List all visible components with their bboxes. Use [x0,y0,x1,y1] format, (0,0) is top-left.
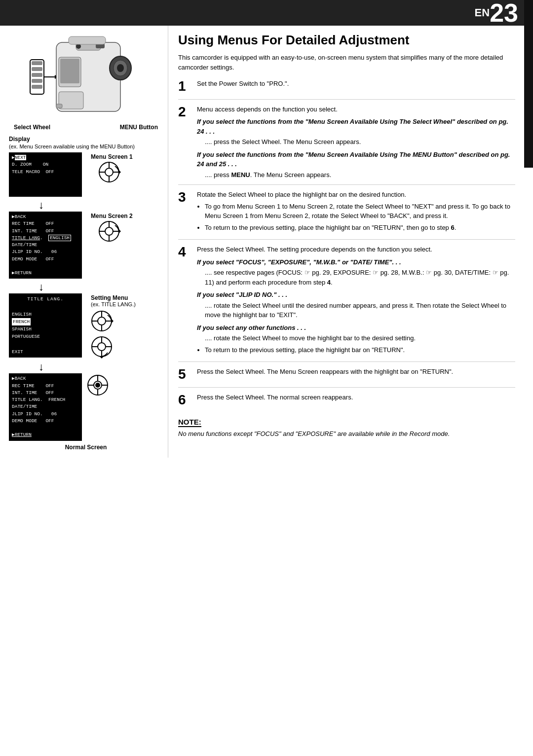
step-3-bullet-2: To return to the previous setting, place… [205,223,515,233]
en-label: EN [475,6,490,19]
step-4: 4 Press the Select Wheel. The setting pr… [178,245,515,362]
step-2-sub1: .... press the Select Wheel. The Menu Sc… [205,137,515,147]
ms1-line3: TELE MACRO OFF [12,169,79,176]
step-1-content: Set the Power Switch to "PRO.". [197,79,515,89]
step-2-bold1: If you select the functions from the "Me… [197,117,515,136]
wheel-icon-3 [90,309,114,333]
menu-screen-1-label: Menu Screen 1 [91,152,133,160]
note-text: No menu functions except "FOCUS" and "EX… [178,429,515,439]
step-2-content: Menu access depends on the function you … [197,105,515,180]
svg-point-45 [98,343,106,351]
ms2-jlip: JLIP ID NO. 06 [12,249,79,255]
step-4-bullet-1: To return to the previous setting, place… [205,345,515,355]
ms1-line1: ▶NEXT [12,154,79,161]
ns-inttime: INT. TIME OFF [12,390,79,396]
svg-marker-43 [112,319,114,323]
svg-rect-1 [32,61,42,65]
arrow-down-3: ↓ [9,361,163,372]
sm-french-highlight: FRENCH [12,318,31,325]
ms2-recttime: REC TIME OFF [12,220,79,227]
step-4-jlip-label: If you select "JLIP ID NO." . . . [197,290,515,300]
step-1-number: 1 [178,79,197,94]
camcorder-diagram: Select Wheel MENU Button [9,33,163,131]
step-4-focus-label: If you select "FOCUS", "EXPOSURE", "M.W.… [197,257,515,267]
step-4-content: Press the Select Wheel. The setting proc… [197,245,515,357]
svg-point-31 [105,227,113,235]
step-4-number: 4 [178,245,197,260]
ns-datetime: DATE/TIME [12,403,79,410]
step-2: 2 Menu access depends on the function yo… [178,105,515,185]
camcorder-svg [29,33,143,121]
arrow-down-2: ↓ [9,282,163,292]
step-4-bullets: To return to the previous setting, place… [205,345,515,355]
svg-rect-5 [32,85,42,89]
step-3: 3 Rotate the Select Wheel to place the h… [178,190,515,240]
normal-screen-box: ▶BACK REC TIME OFF INT. TIME OFF TITLE L… [9,373,82,440]
step-6-text: Press the Select Wheel. The normal scree… [197,394,353,401]
step-6-number: 6 [178,393,197,408]
page-number: 23 [490,0,518,26]
step-2-number: 2 [178,105,197,120]
step-2-main: Menu access depends on the function you … [197,105,515,114]
step-6-content: Press the Select Wheel. The normal scree… [197,393,515,402]
step-4-text: Press the Select Wheel. The setting proc… [197,245,515,254]
normal-screen-row: ▶BACK REC TIME OFF INT. TIME OFF TITLE L… [9,373,163,440]
normal-screen-label: Normal Screen [9,444,163,451]
sm-spanish: SPANISH [12,325,79,333]
step-1-text: Set the Power Switch to "PRO.". [197,80,289,87]
note-title: NOTE: [178,418,201,427]
sm-blank2 [12,340,79,348]
intro-text: This camcorder is equipped with an easy-… [178,53,515,72]
svg-point-24 [105,168,113,176]
setting-menu-box: TITLE LANG. ENGLISH FRENCH SPANISH PORTU… [9,293,82,358]
step-3-text: Rotate the Select Wheel to place the hig… [197,190,515,200]
sm-english: ENGLISH [12,311,79,318]
step-3-bullet-1: To go from Menu Screen 1 to Menu Screen … [205,202,515,221]
svg-point-38 [98,317,106,325]
svg-rect-22 [69,36,106,44]
menu-button-label: MENU Button [120,124,158,131]
right-stripe [524,0,533,168]
ns-blank [12,425,79,432]
sm-blank [12,303,79,310]
ms2-back: ▶BACK [12,214,79,220]
wheel-icon-4 [90,335,114,359]
svg-point-14 [117,64,124,72]
ms2-inttime: INT. TIME OFF [12,228,79,235]
step-5-content: Press the Select Wheel. The Menu Screen … [197,367,515,377]
top-bar: EN 23 [0,0,533,26]
ms2-datetime: DATE/TIME [12,242,79,249]
ms2-titlelang: TITLE LANG. ENGLISH [12,235,79,242]
ns-titlelang: TITLE LANG. FRENCH [12,396,79,403]
step-5-number: 5 [178,367,197,382]
step-2-sub2: .... press MENU. The Menu Screen appears… [205,170,515,180]
menu-screen-2-box: ▶BACK REC TIME OFF INT. TIME OFF TITLE L… [9,212,82,279]
wheel-icon-2 [97,219,121,243]
step-3-number: 3 [178,190,197,205]
step-3-content: Rotate the Select Wheel to place the hig… [197,190,515,234]
svg-rect-2 [32,67,42,71]
step-4-focus-text: .... see respective pages (FOCUS: ☞ pg. … [205,268,515,287]
step-2-bold2: If you select the functions from the "Me… [197,150,515,169]
step-3-bullets: To go from Menu Screen 1 to Menu Screen … [205,202,515,233]
display-label: Display [9,136,163,143]
svg-rect-21 [56,104,62,108]
ms2-return [12,263,79,270]
setting-menu-row: TITLE LANG. ENGLISH FRENCH SPANISH PORTU… [9,293,163,359]
sm-exit: EXIT [12,348,79,356]
right-column: Using Menus For Detailed Adjustment This… [168,26,533,458]
sm-portuguese: PORTUGUESE [12,333,79,340]
setting-menu-label: Setting Menu [91,293,128,301]
sm-title: TITLE LANG. [12,295,79,303]
svg-rect-18 [60,59,79,83]
menu-screen-1-box: ▶NEXT D. ZOOM ON TELE MACRO OFF [9,152,82,197]
step-4-other-text: .... rotate the Select Wheel to move the… [205,333,515,343]
left-column: Select Wheel MENU Button Display (ex. Me… [0,26,168,458]
svg-marker-29 [119,170,121,174]
ms1-line2: D. ZOOM ON [12,161,79,168]
select-wheel-label: Select Wheel [14,124,50,131]
main-content: Select Wheel MENU Button Display (ex. Me… [0,26,533,458]
note-section: NOTE: No menu functions except "FOCUS" a… [178,418,515,439]
ms2-demo: DEMO MODE OFF [12,256,79,263]
svg-rect-3 [32,73,42,77]
